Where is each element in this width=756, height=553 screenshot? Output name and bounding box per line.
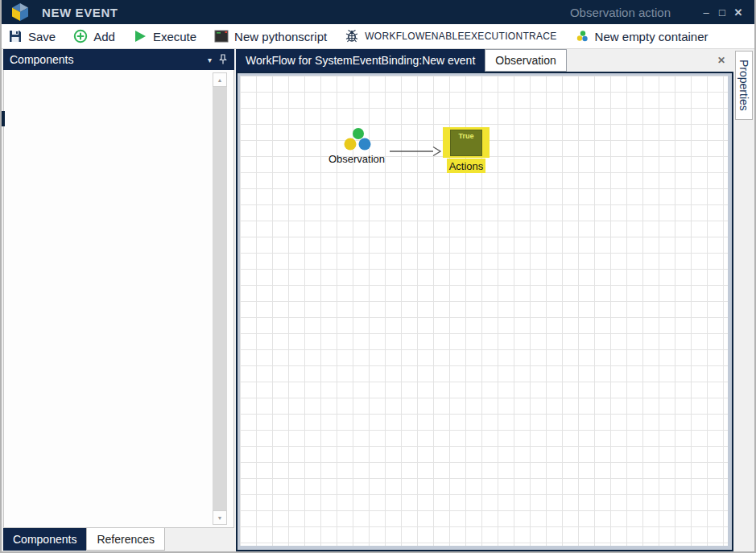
scroll-down-button[interactable]: ▼ xyxy=(213,510,227,525)
node-actions[interactable]: True Actions xyxy=(441,127,491,173)
bug-icon xyxy=(345,29,359,43)
workflow-canvas[interactable]: Observation True xyxy=(240,76,728,546)
workspace-tabbar: WorkFlow for SystemEventBinding:New even… xyxy=(236,49,733,72)
new-pythonscript-label: New pythonscript xyxy=(234,30,327,43)
maximize-button[interactable]: □ xyxy=(714,6,730,19)
actions-box: True xyxy=(450,130,482,156)
tab-close-icon[interactable]: ✕ xyxy=(717,55,725,66)
new-pythonscript-button[interactable]: New pythonscript xyxy=(214,29,327,43)
window-title: NEW EVENT xyxy=(42,6,118,19)
true-badge: True xyxy=(451,130,481,140)
app-window: NEW EVENT Observation action – □ ✕ Save … xyxy=(0,0,756,553)
toolbar: Save Add Execute New pythonscript xyxy=(2,24,754,49)
tab-observation[interactable]: Observation xyxy=(485,49,566,72)
components-panel-title: Components xyxy=(10,53,73,66)
main-area: Components ▾ ▲ ▼ Components References xyxy=(2,49,754,551)
save-button[interactable]: Save xyxy=(8,29,56,43)
connection-arrow xyxy=(390,145,443,158)
components-list-area: ▲ ▼ xyxy=(3,70,234,528)
pin-icon[interactable] xyxy=(218,54,228,65)
components-panel: Components ▾ ▲ ▼ Components References xyxy=(3,49,234,551)
titlebar-status: Observation action xyxy=(570,6,671,19)
scroll-up-button[interactable]: ▲ xyxy=(213,72,227,87)
node-observation[interactable]: Observation xyxy=(320,127,393,165)
execute-button[interactable]: Execute xyxy=(133,29,196,43)
workflow-trace-label: WORKFLOWENABLEEXECUTIONTRACE xyxy=(365,31,556,42)
container-dots-icon xyxy=(341,127,373,151)
node-label: Observation xyxy=(328,153,385,165)
save-label: Save xyxy=(28,30,56,43)
tab-properties[interactable]: Properties xyxy=(735,51,753,120)
app-logo-icon xyxy=(10,2,31,22)
tab-components[interactable]: Components xyxy=(3,528,86,551)
terminal-icon xyxy=(214,29,229,43)
container-dots-icon xyxy=(575,29,589,43)
titlebar: NEW EVENT Observation action – □ ✕ xyxy=(2,0,754,24)
workflow-trace-button[interactable]: WORKFLOWENABLEEXECUTIONTRACE xyxy=(345,29,556,43)
minimize-button[interactable]: – xyxy=(698,6,714,19)
node-label: Actions xyxy=(449,160,484,172)
tab-references[interactable]: References xyxy=(86,528,165,551)
new-empty-container-button[interactable]: New empty container xyxy=(575,29,708,43)
components-panel-header: Components ▾ xyxy=(3,49,234,70)
execute-icon xyxy=(133,29,147,43)
new-empty-container-label: New empty container xyxy=(595,30,708,43)
selection-highlight-label: Actions xyxy=(447,159,486,173)
save-icon xyxy=(8,29,23,43)
execute-label: Execute xyxy=(153,30,196,43)
add-button[interactable]: Add xyxy=(73,29,115,43)
selection-highlight: True xyxy=(443,127,490,158)
sidebar-tabbar: Components References xyxy=(3,528,234,551)
add-label: Add xyxy=(93,30,115,43)
collapsed-panel-handle[interactable] xyxy=(2,111,5,126)
workflow-workspace: WorkFlow for SystemEventBinding:New even… xyxy=(236,49,733,551)
canvas-frame: Observation True xyxy=(236,72,733,551)
properties-rail: Properties xyxy=(733,49,754,551)
components-scrollbar[interactable]: ▲ ▼ xyxy=(213,72,227,525)
tab-workflow[interactable]: WorkFlow for SystemEventBinding:New even… xyxy=(236,49,485,72)
close-button[interactable]: ✕ xyxy=(730,6,746,19)
add-icon xyxy=(73,29,88,43)
chevron-down-icon[interactable]: ▾ xyxy=(201,56,218,64)
